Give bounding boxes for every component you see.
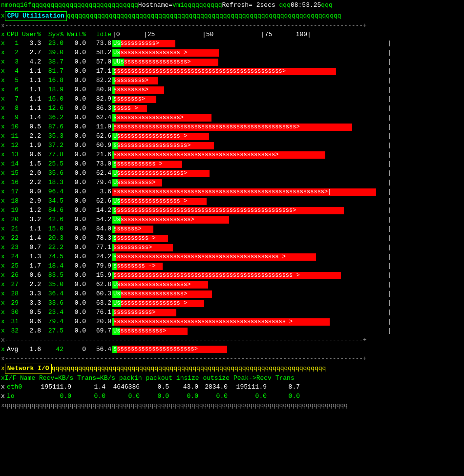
cpu-bar: ssssssssssssssssssssssssssssssssssssssss… [112,253,386,261]
cpu-row-21: x 21 1.1 15.0 0.0 84.0 sssssss> | | [0,225,464,234]
cpu-wait: 0.0 [65,308,88,317]
cpu-row-11: x 11 2.2 35.3 0.0 62.6 Ussssssssssssssss… [0,132,464,141]
net-row-eth0: x eth0 195111.9 1.4 4646386 0.5 43.0 283… [0,383,464,392]
cpu-sys: 37.2 [43,141,65,150]
cpu-idle: 73.8 [88,39,112,48]
cpu-bar: Usssssssssssssssssssss> | [112,216,386,224]
net-title: Network I/O [5,364,52,373]
bottom-line: xqqqqqqqqqqqqqqqqqqqqqqqqqqqqqqqqqqqqqqq… [0,401,464,410]
cpu-num: 31 [7,317,21,326]
row-marker: x [1,113,7,122]
row-marker: x [1,252,7,261]
net-recv: 195111.9 [31,383,75,392]
bar-text: Usssssssssssssssssss> [113,290,187,298]
cpu-user: 1.1 [21,85,43,94]
cpu-num: 21 [7,225,21,233]
cpu-sys: 38.7 [43,58,65,66]
net-outsize: 2834.0 [202,383,232,392]
bar-text: Ussssssssssssssssss > [113,300,187,307]
bar-end: | [386,160,392,168]
cpu-bar: sssssssss -> | [112,263,386,270]
cpu-idle: 84.0 [88,225,112,233]
cpu-user: 1.7 [21,262,43,270]
bar-end: | [386,169,392,178]
cpu-idle: 54.2 [88,215,112,224]
cpu-wait: 0.0 [65,48,88,57]
row-marker: x [1,290,7,298]
cpu-idle: 60.9 [88,141,112,150]
cpu-num: 20 [7,215,21,224]
net-title-fill: qqqqqqqqqqqqqqqqqqqqqqqqqqqqqqqqqqqqqqqq… [52,364,463,373]
cpu-num: 26 [7,271,21,280]
cpu-idle: 58.2 [88,48,112,57]
row-marker: x [1,150,7,159]
cpu-bar: ssssssssssssssssssssssssssssssssssssssss… [112,207,386,214]
cpu-title-fill: qqqqqqqqqqqqqqqqqqqqqqqqqqqqqqqqqqqqqqqq… [67,12,463,21]
cpu-sys: 81.7 [43,67,65,76]
row-marker: x [1,123,7,131]
cpu-wait: 0.0 [65,197,88,206]
cpu-row-17: x 17 0.0 96.4 0.0 3.6 ssssssssssssssssss… [0,187,464,197]
row-marker: x [1,327,7,335]
cpu-num: 32 [7,327,21,335]
cpu-user: 3.3 [21,290,43,298]
bar-end: | [386,299,392,308]
row-marker: x [1,187,7,196]
bar-end: | [386,234,392,243]
cpu-wait: 0.0 [65,141,88,150]
bar-text: ssssssssssssssssssssssssssssssssssssssss… [113,151,278,159]
cpu-idle: 60.3 [88,290,112,298]
row-marker: x [1,48,7,57]
cpu-sys: 25.5 [43,160,65,168]
bar-text: Ussssssssssssssssss > [113,133,187,140]
cpu-bar: Ussssssssssssssssss > | [112,133,386,140]
bar-text: ssssssssssssssssssssssssssssssssssssssss… [113,68,286,75]
separator-mid: x---------------------------------------… [0,336,464,345]
cpu-num: 23 [7,243,21,252]
cpu-user: 1.4 [21,113,43,122]
cpu-user: 1.1 [21,104,43,113]
cpu-bar: ssssssssssssssssssssssssssssssssssssssss… [112,68,386,75]
bar-end: | [386,252,392,261]
net-packout: 0.0 [144,392,173,401]
bar-text: sssssss> [113,226,142,233]
cpu-idle: 14.2 [88,206,112,215]
row-marker: x [1,271,7,280]
separator-top: x---------------------------------------… [0,21,464,30]
cpu-sys: 42.6 [43,215,65,224]
bar-text: ssssssssssssssssssssssssssssssssssssssss… [113,318,293,326]
bar-end: | [386,225,392,233]
cpu-num: 14 [7,160,21,168]
bar-text: ssssssssssssssssssssssssssssssssssssssss… [113,272,300,279]
cpu-sys: 74.5 [43,252,65,261]
cpu-idle: 24.2 [88,252,112,261]
cpu-sys: 18.9 [43,85,65,94]
cpu-idle: 73.0 [88,160,112,168]
cpu-num: 30 [7,308,21,317]
bar-end: | [386,317,392,326]
cpu-num: 8 [7,104,21,113]
cpu-wait: 0.0 [65,67,88,76]
cpu-bar: Usssssssssssssssssss> | [112,170,386,177]
cpu-wait: 0.0 [65,85,88,94]
cpu-wait: 0.0 [65,187,88,196]
net-recv: 0.0 [31,392,75,401]
cpu-wait: 0.0 [65,280,88,289]
bar-text: Ussssssssss> [113,179,155,186]
cpu-wait: 0.0 [65,243,88,252]
cpu-wait: 0.0 [65,215,88,224]
cpu-row-27: x 27 2.2 35.0 0.0 62.8 Ussssssssssssssss… [0,280,464,290]
cpu-bar: sssssssssssssssssssss> | [112,142,386,149]
net-trans: 1.4 [75,383,109,392]
cpu-wait: 0.0 [65,123,88,131]
cpu-num: 18 [7,197,21,206]
cpu-num: 7 [7,95,21,103]
cpu-wait: 0.0 [65,132,88,141]
cpu-num: 6 [7,85,21,94]
cpu-idle: 62.6 [88,197,112,206]
bar-end: | [386,104,392,113]
cpu-idle: 62.4 [88,169,112,178]
cpu-idle: 80.0 [88,85,112,94]
bar-end: | [386,178,392,187]
cpu-user: 3.2 [21,215,43,224]
